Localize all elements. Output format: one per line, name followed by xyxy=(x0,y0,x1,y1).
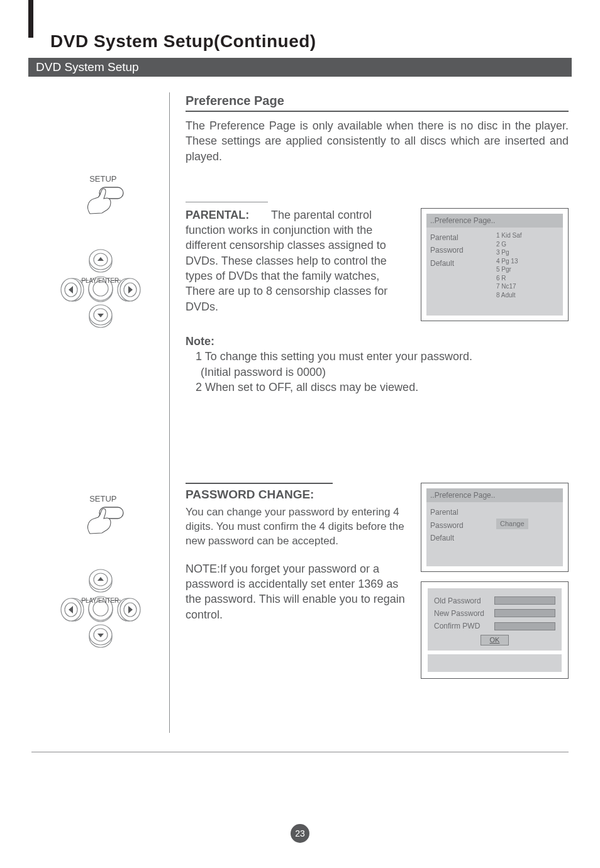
parental-label: PARENTAL: xyxy=(186,209,249,221)
pwd-new-label: New Password xyxy=(434,608,491,618)
osd-change-option: Change xyxy=(496,519,528,529)
osd-change-col: Change xyxy=(496,506,559,544)
main-layout: SETUP PLAY/ENTER xyxy=(31,92,569,752)
preference-intro: The Preference Page is only available wh… xyxy=(186,118,569,164)
osd-menu-list: Parental Password Default xyxy=(430,231,490,299)
osd-menu-list-2: Parental Password Default xyxy=(430,506,490,544)
password-text: PASSWORD CHANGE: You can change your pas… xyxy=(186,483,411,679)
note-heading: Note: xyxy=(186,334,569,349)
osd-preference-password: ..Preference Page.. Parental Password De… xyxy=(421,483,569,571)
right-column: Preference Page The Preference Page is o… xyxy=(170,92,569,733)
setup-button-diagram-2: SETUP xyxy=(75,494,126,534)
password-section: PASSWORD CHANGE: You can change your pas… xyxy=(186,483,569,679)
osd-title: ..Preference Page.. xyxy=(426,214,563,228)
osd-menu-item: Parental xyxy=(430,231,490,244)
osd-rating: 7 Nc17 xyxy=(496,282,559,291)
section-bar: DVD System Setup xyxy=(28,58,572,77)
note-line-2: 2 When set to OFF, all discs may be view… xyxy=(186,380,569,395)
preference-heading: Preference Page xyxy=(186,92,569,112)
pwd-new-input[interactable] xyxy=(494,609,555,617)
password-heading: PASSWORD CHANGE: xyxy=(186,483,333,503)
osd-rating: 4 Pg 13 xyxy=(496,257,559,266)
note-line-1b: (Initial password is 0000) xyxy=(186,365,569,380)
pwd-old-input[interactable] xyxy=(494,596,555,605)
password-osd-column: ..Preference Page.. Parental Password De… xyxy=(421,483,569,679)
osd-ratings-list: 1 Kid Saf 2 G 3 Pg 4 Pg 13 5 Pgr 6 R 7 N… xyxy=(496,231,559,299)
note-line-1: 1 To change this setting you must enter … xyxy=(186,349,569,364)
section-bar-label: DVD System Setup xyxy=(36,60,139,74)
osd-preference-parental: ..Preference Page.. Parental Password De… xyxy=(421,208,569,321)
left-column: SETUP PLAY/ENTER xyxy=(31,92,170,733)
osd-rating: 6 R xyxy=(496,274,559,283)
password-body: You can change your password by entering… xyxy=(186,505,411,549)
osd-rating: 2 G xyxy=(496,240,559,249)
password-note: NOTE:If you forget your password or a pa… xyxy=(186,561,411,622)
setup-label: SETUP xyxy=(89,174,125,184)
dpad-diagram-1: PLAY/ENTER xyxy=(60,246,142,334)
osd-title-2: ..Preference Page.. xyxy=(426,488,563,502)
parental-section: PARENTAL: The parental control function … xyxy=(186,202,569,321)
osd-rating: 3 Pg xyxy=(496,248,559,257)
setup-button-diagram-1: SETUP xyxy=(75,174,126,214)
osd-menu-item: Password xyxy=(430,244,490,256)
parental-text: PARENTAL: The parental control function … xyxy=(186,202,411,321)
osd-password-form: Old Password New Password Confirm PWD xyxy=(421,581,569,679)
setup-label-2: SETUP xyxy=(89,494,125,503)
play-enter-label-2: PLAY/ENTER xyxy=(82,597,119,604)
page-number: 23 xyxy=(291,824,309,843)
chapter-title: DVD System Setup(Continued) xyxy=(31,31,569,52)
parental-note: Note: 1 To change this setting you must … xyxy=(186,334,569,395)
pwd-ok-button[interactable]: OK xyxy=(481,635,509,646)
play-enter-label: PLAY/ENTER xyxy=(82,277,119,284)
pwd-confirm-input[interactable] xyxy=(494,622,555,630)
page-corner-mark xyxy=(28,0,33,38)
osd-menu-item: Parental xyxy=(430,506,490,519)
pwd-confirm-label: Confirm PWD xyxy=(434,621,491,631)
osd-rating: 5 Pgr xyxy=(496,265,559,274)
setup-hand-icon-2 xyxy=(75,506,126,534)
osd-menu-item: Default xyxy=(430,532,490,544)
dpad-diagram-2: PLAY/ENTER xyxy=(60,566,142,654)
setup-hand-icon xyxy=(75,186,126,214)
osd-rating: 8 Adult xyxy=(496,291,559,300)
osd-menu-item: Default xyxy=(430,257,490,270)
pwd-confirm-row: Confirm PWD xyxy=(434,621,555,631)
pwd-old-row: Old Password xyxy=(434,596,555,606)
pwd-old-label: Old Password xyxy=(434,596,491,606)
osd-rating: 1 Kid Saf xyxy=(496,231,559,240)
parental-body: The parental control function works in c… xyxy=(186,209,387,313)
osd-menu-item: Password xyxy=(430,519,490,532)
pwd-new-row: New Password xyxy=(434,608,555,618)
